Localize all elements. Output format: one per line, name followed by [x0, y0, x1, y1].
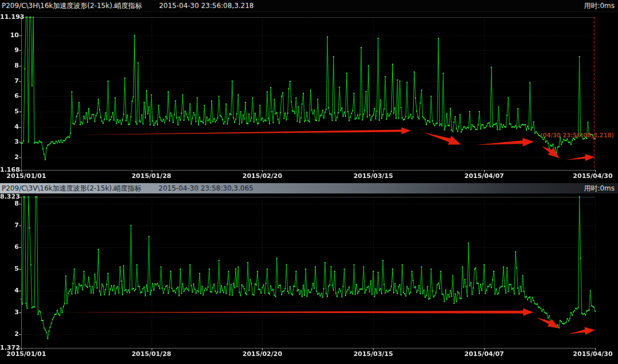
panel-3h-cursor-readout: 2015-04-30 23:56:08,3.218: [159, 2, 254, 10]
panel-3v-elapsed-time: 用时:0ms: [584, 184, 615, 193]
panel-3h-elapsed-time: 用时:0ms: [584, 1, 615, 11]
panel-3v-titlebar-selected[interactable]: P209/C\3V\16k加速度波形(2-15k).峭度指标 2015-04-3…: [0, 183, 618, 193]
panel-3v-cursor-readout: 2015-04-30 23:58:30,3.065: [159, 184, 253, 192]
trend-charts-plot-area[interactable]: [0, 0, 618, 364]
panel-3h-title: P209/C\3H\16k加速度波形(2-15k).峭度指标: [2, 1, 142, 11]
panel-3h-titlebar[interactable]: P209/C\3H\16k加速度波形(2-15k).峭度指标 2015-04-3…: [0, 0, 618, 12]
panel-3v-title: P209/C\3V\16k加速度波形(2-15k).峭度指标: [2, 184, 141, 193]
vibration-trend-app: 1.168234567891011.1932015/01/012015/01/2…: [0, 0, 618, 364]
